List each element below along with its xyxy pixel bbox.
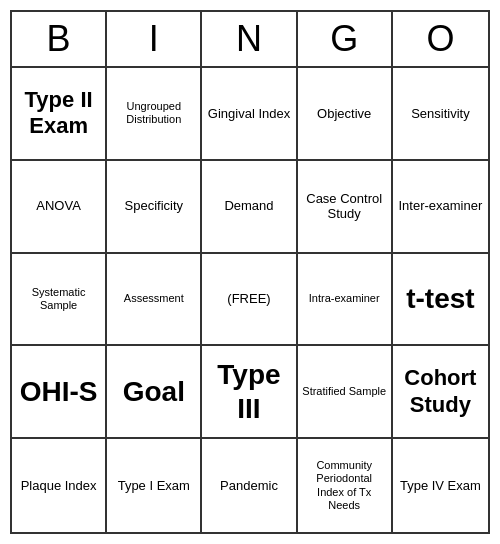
bingo-cell-22: Pandemic: [202, 439, 297, 532]
bingo-card: BINGO Type II ExamUngrouped Distribution…: [10, 10, 490, 534]
header-letter-g: G: [298, 12, 393, 66]
bingo-cell-9: Inter-examiner: [393, 161, 488, 254]
bingo-cell-8: Case Control Study: [298, 161, 393, 254]
bingo-cell-24: Type IV Exam: [393, 439, 488, 532]
header-letter-i: I: [107, 12, 202, 66]
header-letter-o: O: [393, 12, 488, 66]
header-letter-n: N: [202, 12, 297, 66]
bingo-cell-15: OHI-S: [12, 346, 107, 439]
bingo-cell-11: Assessment: [107, 254, 202, 347]
bingo-cell-5: ANOVA: [12, 161, 107, 254]
bingo-cell-10: Systematic Sample: [12, 254, 107, 347]
bingo-header: BINGO: [12, 12, 488, 68]
header-letter-b: B: [12, 12, 107, 66]
bingo-cell-23: Community Periodontal Index of Tx Needs: [298, 439, 393, 532]
bingo-cell-17: Type III: [202, 346, 297, 439]
bingo-cell-1: Ungrouped Distribution: [107, 68, 202, 161]
bingo-cell-12: (FREE): [202, 254, 297, 347]
bingo-cell-18: Stratified Sample: [298, 346, 393, 439]
bingo-cell-3: Objective: [298, 68, 393, 161]
bingo-cell-21: Type I Exam: [107, 439, 202, 532]
bingo-grid: Type II ExamUngrouped DistributionGingiv…: [12, 68, 488, 532]
bingo-cell-4: Sensitivity: [393, 68, 488, 161]
bingo-cell-7: Demand: [202, 161, 297, 254]
bingo-cell-13: Intra-examiner: [298, 254, 393, 347]
bingo-cell-0: Type II Exam: [12, 68, 107, 161]
bingo-cell-6: Specificity: [107, 161, 202, 254]
bingo-cell-19: Cohort Study: [393, 346, 488, 439]
bingo-cell-16: Goal: [107, 346, 202, 439]
bingo-cell-2: Gingival Index: [202, 68, 297, 161]
bingo-cell-14: t-test: [393, 254, 488, 347]
bingo-cell-20: Plaque Index: [12, 439, 107, 532]
